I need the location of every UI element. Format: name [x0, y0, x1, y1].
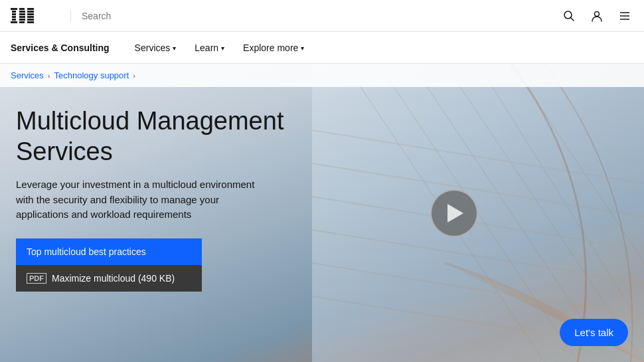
- svg-rect-8: [19, 13, 25, 15]
- menu-button[interactable]: [616, 7, 633, 25]
- svg-rect-7: [19, 11, 25, 13]
- search-container: [70, 11, 550, 21]
- hero-buttons: Top multicloud best practices PDF Maximi…: [16, 238, 202, 292]
- svg-rect-0: [11, 8, 17, 10]
- search-icon: [563, 10, 575, 22]
- hero-section: Services › Technology support › Multiclo…: [0, 64, 644, 362]
- breadcrumb-separator: ›: [48, 72, 50, 80]
- breadcrumb-separator-2: ›: [133, 72, 135, 80]
- multicloud-best-practices-button[interactable]: Top multicloud best practices: [16, 238, 202, 265]
- nav-explore-label: Explore more: [243, 43, 298, 53]
- svg-rect-14: [27, 13, 34, 15]
- pdf-button-label: Maximize multicloud (490 KB): [52, 273, 175, 284]
- svg-rect-10: [19, 19, 25, 21]
- svg-point-20: [595, 11, 600, 16]
- user-button[interactable]: [588, 7, 605, 25]
- svg-rect-12: [27, 8, 34, 10]
- svg-rect-15: [27, 16, 34, 18]
- nav-learn-label: Learn: [195, 43, 218, 53]
- nav-bar: Services & Consulting Services ▾ Learn ▾…: [0, 32, 644, 64]
- maximize-multicloud-button[interactable]: PDF Maximize multicloud (490 KB): [16, 265, 202, 292]
- hamburger-icon: [619, 10, 631, 22]
- top-bar: [0, 0, 644, 32]
- chevron-down-icon: ▾: [301, 45, 304, 52]
- svg-rect-9: [19, 16, 25, 18]
- hero-description: Leverage your investment in a multicloud…: [16, 177, 268, 223]
- breadcrumb-item-technology-support[interactable]: Technology support: [54, 70, 129, 80]
- lets-talk-button[interactable]: Let's talk: [560, 319, 628, 346]
- svg-rect-5: [11, 21, 17, 23]
- search-input[interactable]: [82, 11, 550, 21]
- svg-rect-16: [27, 19, 34, 21]
- nav-services-label: Services: [135, 43, 171, 53]
- svg-rect-1: [12, 11, 16, 13]
- hero-content: Multicloud Management Services Leverage …: [0, 64, 644, 362]
- nav-item-learn[interactable]: Learn ▾: [185, 32, 234, 64]
- svg-rect-6: [19, 8, 25, 10]
- pdf-label: PDF: [27, 273, 46, 284]
- svg-line-19: [571, 17, 574, 21]
- play-video-button[interactable]: [430, 189, 478, 237]
- svg-rect-17: [27, 21, 34, 23]
- nav-brand[interactable]: Services & Consulting: [11, 43, 110, 53]
- search-button[interactable]: [560, 7, 578, 25]
- chevron-down-icon: ▾: [221, 45, 224, 52]
- svg-rect-13: [27, 11, 34, 13]
- play-triangle-icon: [447, 204, 463, 223]
- svg-rect-4: [12, 19, 16, 21]
- breadcrumb-item-services[interactable]: Services: [11, 70, 44, 80]
- user-icon: [591, 10, 603, 22]
- nav-item-explore[interactable]: Explore more ▾: [234, 32, 313, 64]
- ibm-logo: [11, 8, 49, 24]
- svg-rect-3: [12, 16, 16, 18]
- hero-title: Multicloud Management Services: [16, 106, 308, 167]
- breadcrumb: Services › Technology support ›: [0, 64, 644, 87]
- nav-item-services[interactable]: Services ▾: [125, 32, 186, 64]
- svg-rect-2: [12, 13, 16, 15]
- chevron-down-icon: ▾: [173, 45, 176, 52]
- svg-rect-11: [19, 21, 25, 23]
- top-bar-icons: [560, 7, 633, 25]
